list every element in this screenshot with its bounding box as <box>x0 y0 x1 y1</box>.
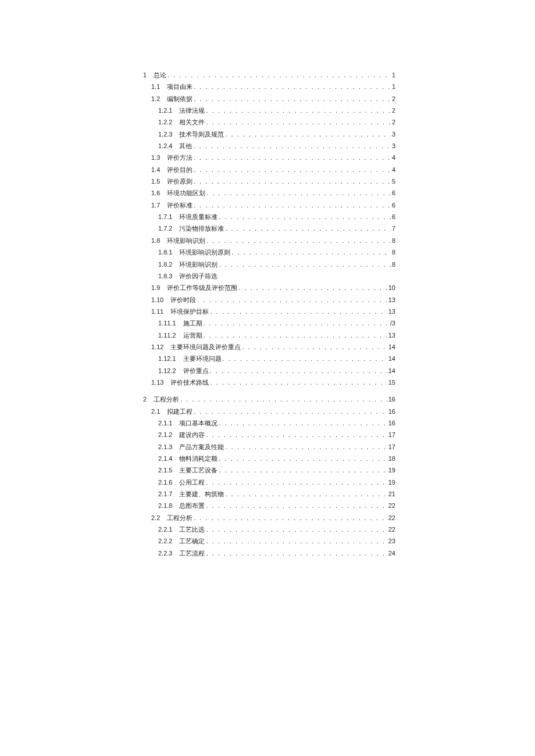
toc-leader-dots <box>225 488 387 500</box>
toc-page-number: 1 <box>392 81 395 92</box>
toc-title: 评价因子筛选 <box>179 270 217 282</box>
toc-number: 2.2.3 <box>158 547 172 559</box>
toc-entry: 1.8.1环境影响识别原则8 <box>143 246 395 258</box>
toc-number: 2.1.3 <box>158 441 172 453</box>
toc-number: 2.2 <box>151 512 160 524</box>
toc-number: 2 <box>143 393 147 405</box>
toc-number: 1.7 <box>151 199 160 211</box>
toc-title: 公用工程 <box>179 476 205 488</box>
toc-page-number: 6 <box>392 187 395 199</box>
toc-entry: 1.6环境功能区划6 <box>143 187 395 199</box>
toc-title: 评价原则 <box>167 175 192 187</box>
toc-title: 工程分析 <box>154 393 179 405</box>
toc-leader-dots <box>210 306 387 317</box>
toc-leader-dots <box>194 512 387 524</box>
toc-page-number: 8 <box>392 259 395 270</box>
toc-entry: 2.2.3工艺流程24 <box>143 547 395 559</box>
toc-entry: 2.1.2建设内容17 <box>143 429 395 440</box>
toc-title: 拟建工程 <box>167 406 192 417</box>
toc-page-number: 14 <box>388 341 395 353</box>
toc-leader-dots <box>210 377 387 388</box>
toc-page-number: 23 <box>388 535 395 547</box>
toc-entry: 1.11环境保护目标13 <box>143 306 395 317</box>
toc-page-number: 15 <box>388 377 395 388</box>
toc-entry: 1.2.4其他3 <box>143 140 395 152</box>
toc-leader-dots <box>206 116 390 128</box>
toc-entry: 2.2工程分析22 <box>143 512 395 524</box>
toc-leader-dots <box>206 187 391 199</box>
toc-page-number: 22 <box>388 500 395 511</box>
toc-title: 主要工艺设备 <box>179 464 217 476</box>
toc-number: 1.12.2 <box>158 365 176 377</box>
toc-page-number: 4 <box>392 152 395 163</box>
toc-number: 1.11.2 <box>158 329 176 341</box>
toc-leader-dots <box>194 93 391 105</box>
toc-entry: 1.1项目由来1 <box>143 81 395 92</box>
toc-title: 评价重点 <box>183 365 209 377</box>
toc-leader-dots <box>194 175 391 187</box>
toc-leader-dots <box>242 341 387 353</box>
toc-title: 总论 <box>154 69 166 81</box>
toc-number: 1.2.4 <box>158 140 172 152</box>
toc-page-number: 8 <box>392 246 395 258</box>
toc-page-number: 6 <box>392 199 395 211</box>
toc-number: 1.4 <box>151 164 160 175</box>
toc-number: 1.2.1 <box>158 105 172 116</box>
toc-page-number: 16 <box>388 417 395 429</box>
toc-leader-dots <box>206 235 391 246</box>
toc-entry: 1.8.3评价因子筛选 <box>143 270 395 282</box>
toc-number: 1.10 <box>151 294 163 306</box>
toc-title: 工艺比选 <box>179 524 205 535</box>
toc-number: 1.2.2 <box>158 116 172 128</box>
toc-leader-dots <box>219 464 387 476</box>
toc-title: 项口基本概况 <box>179 417 217 429</box>
toc-entry: 2.1.7主要建、构筑物21 <box>143 488 395 500</box>
toc-leader-dots <box>193 140 390 152</box>
toc-leader-dots <box>206 429 387 440</box>
toc-number: 1.7.1 <box>158 211 172 223</box>
toc-page-number: 24 <box>388 547 395 559</box>
toc-number: 1.2 <box>151 93 160 105</box>
toc-number: 2.1.2 <box>158 429 172 440</box>
toc-leader-dots <box>206 535 387 547</box>
toc-leader-dots <box>204 317 389 329</box>
toc-page-number: 17 <box>388 441 395 453</box>
toc-leader-dots <box>206 476 387 488</box>
toc-number: 2.1 <box>151 406 160 417</box>
toc-page-number: 14 <box>388 365 395 377</box>
toc-page-number: 16 <box>388 393 395 405</box>
toc-entry: 1.7.2污染物排放标准7 <box>143 223 395 234</box>
toc-leader-dots <box>225 128 390 140</box>
toc-leader-dots <box>238 282 387 293</box>
toc-entry: 2.1.8总图布置22 <box>143 500 395 511</box>
toc-number: 2.1.1 <box>158 417 172 429</box>
toc-leader-dots <box>223 353 387 364</box>
toc-entry: 1.8环境影响识别8 <box>143 235 395 246</box>
toc-entry: 2.1拟建工程16 <box>143 406 395 417</box>
toc-number: 1.13 <box>151 377 163 388</box>
toc-leader-dots <box>225 223 390 234</box>
toc-page-number: 19 <box>388 464 395 476</box>
toc-title: 相关文件 <box>179 116 205 128</box>
toc-number: 1.1 <box>151 81 160 92</box>
toc-leader-dots <box>210 365 387 377</box>
toc-title: 环境保护目标 <box>170 306 209 317</box>
toc-leader-dots <box>231 246 390 258</box>
toc-page-number: 1 <box>392 69 395 81</box>
toc-title: 评价时段 <box>170 294 196 306</box>
toc-title: 运营期 <box>183 329 202 341</box>
toc-number: 2.2.1 <box>158 524 172 535</box>
toc-leader-dots <box>180 393 387 405</box>
toc-entry: 2.1.5主要工艺设备19 <box>143 464 395 476</box>
toc-page-number: 3 <box>392 140 395 152</box>
toc-page-number: 16 <box>388 406 395 417</box>
toc-page-number: 21 <box>388 488 395 500</box>
toc-entry: 1.9评价工作等级及评价范围10 <box>143 282 395 293</box>
toc-number: 1.8.1 <box>158 246 172 258</box>
toc-entry: 1.4评价目的4 <box>143 164 395 175</box>
toc-title: 法律法规 <box>179 105 205 116</box>
toc-title: 建设内容 <box>179 429 205 440</box>
toc-title: 评价方法 <box>167 152 192 163</box>
toc-entry: 1总论1 <box>143 69 395 81</box>
toc-page-number: 2 <box>392 105 395 116</box>
